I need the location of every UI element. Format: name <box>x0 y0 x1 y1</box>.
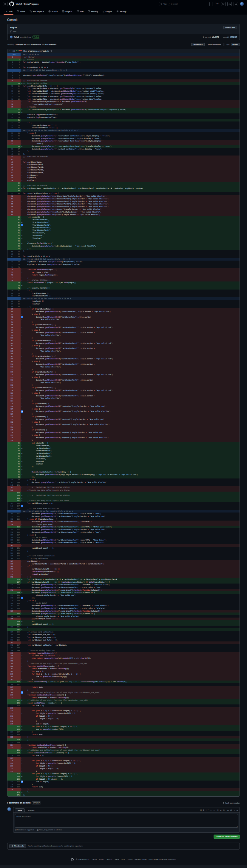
new-line-number[interactable]: 113 <box>14 518 21 521</box>
new-line-number[interactable]: 23 <box>14 124 21 127</box>
new-line-number[interactable] <box>14 723 21 725</box>
old-line-number[interactable]: 206 <box>7 683 14 686</box>
footer-link[interactable]: Security <box>106 859 112 860</box>
old-line-number[interactable] <box>7 458 14 460</box>
new-line-number[interactable] <box>14 405 21 408</box>
new-line-number[interactable]: 147 <box>14 644 21 647</box>
old-line-number[interactable]: 219 <box>7 723 14 725</box>
new-line-number[interactable] <box>14 323 21 326</box>
old-line-number[interactable]: 2 <box>7 61 14 64</box>
old-line-number[interactable]: 12 <box>7 87 14 90</box>
old-line-number[interactable] <box>7 775 14 778</box>
old-line-number[interactable]: 199 <box>7 662 14 665</box>
new-line-number[interactable] <box>14 106 21 108</box>
old-line-number[interactable]: 230 <box>7 765 14 767</box>
new-line-number[interactable]: 56 <box>14 245 21 247</box>
old-line-number[interactable]: 156 <box>7 531 14 534</box>
old-line-number[interactable] <box>7 224 14 226</box>
new-line-number[interactable]: 117 <box>14 534 21 536</box>
new-line-number[interactable]: 149 <box>14 649 21 652</box>
tab-wiki[interactable]: Wiki <box>74 8 86 14</box>
new-line-number[interactable]: 165 <box>14 775 21 778</box>
new-line-number[interactable] <box>14 200 21 203</box>
lock-conversation-button[interactable]: Lock conversation <box>222 802 240 804</box>
new-line-number[interactable]: 143 <box>14 631 21 633</box>
heading-icon[interactable]: H <box>200 809 202 811</box>
old-line-number[interactable]: 220 <box>7 731 14 733</box>
old-line-number[interactable]: 101 <box>7 339 14 342</box>
new-line-number[interactable] <box>14 746 21 749</box>
new-line-number[interactable]: 40 <box>14 182 21 184</box>
old-line-number[interactable] <box>7 752 14 754</box>
new-line-number[interactable] <box>14 103 21 106</box>
old-line-number[interactable]: 47 <box>7 171 14 174</box>
new-line-number[interactable] <box>14 660 21 662</box>
new-line-number[interactable] <box>14 316 21 318</box>
old-line-number[interactable]: 227 <box>7 757 14 760</box>
old-line-number[interactable]: 233 <box>7 780 14 783</box>
new-line-number[interactable]: 169 <box>14 786 21 788</box>
expand-hunk-button[interactable]: ⋯ ⋯ <box>7 53 21 56</box>
new-line-number[interactable]: 101 <box>14 484 21 487</box>
new-line-number[interactable] <box>14 342 21 345</box>
new-line-number[interactable]: 107 <box>14 505 21 507</box>
new-line-number[interactable]: 70 <box>14 263 21 266</box>
old-line-number[interactable]: 172 <box>7 573 14 576</box>
old-line-number[interactable]: 165 <box>7 555 14 557</box>
new-line-number[interactable]: 57 <box>14 247 21 250</box>
old-line-number[interactable]: 43 <box>7 161 14 163</box>
old-line-number[interactable]: 125 <box>7 402 14 405</box>
old-line-number[interactable]: 177 <box>7 594 14 597</box>
new-line-number[interactable] <box>14 662 21 665</box>
ordered-list-icon[interactable]: ≣ <box>220 809 221 811</box>
old-line-number[interactable] <box>7 497 14 500</box>
old-line-number[interactable]: 10 <box>7 80 14 82</box>
new-line-number[interactable]: 76 <box>14 292 21 295</box>
paste-drop-note[interactable]: ▣ Paste, drop, or click to add files <box>37 829 62 831</box>
old-line-number[interactable]: 56 <box>7 205 14 208</box>
old-line-number[interactable]: 129 <box>7 413 14 415</box>
old-line-number[interactable]: 209 <box>7 691 14 694</box>
old-line-number[interactable] <box>7 226 14 229</box>
old-line-number[interactable]: 95 <box>7 323 14 326</box>
new-line-number[interactable]: 51 <box>14 231 21 234</box>
new-line-number[interactable] <box>14 657 21 660</box>
old-line-number[interactable]: 35 <box>7 137 14 140</box>
new-line-number[interactable] <box>14 691 21 694</box>
markdown-supported-note[interactable]: Ⓜ Markdown is supported <box>15 829 34 831</box>
new-line-number[interactable] <box>14 211 21 213</box>
old-line-number[interactable]: 76 <box>7 274 14 276</box>
old-line-number[interactable]: 207 <box>7 686 14 689</box>
new-line-number[interactable] <box>14 712 21 715</box>
old-line-number[interactable] <box>7 287 14 289</box>
new-line-number[interactable] <box>14 421 21 424</box>
old-line-number[interactable] <box>7 725 14 728</box>
expand-hunk-button[interactable]: ↕ <box>7 297 21 300</box>
tasklist-icon[interactable]: ☑ <box>223 809 224 811</box>
new-line-number[interactable]: 102 <box>14 492 21 494</box>
old-line-number[interactable]: 196 <box>7 654 14 657</box>
tab-code[interactable]: Code <box>2 8 14 14</box>
old-line-number[interactable]: 87 <box>7 303 14 305</box>
add-line-comment-button[interactable]: + <box>21 410 23 413</box>
old-line-number[interactable]: 202 <box>7 670 14 673</box>
new-line-number[interactable]: 24 <box>14 127 21 129</box>
new-line-number[interactable]: 125 <box>14 557 21 560</box>
new-line-number[interactable]: 167 <box>14 780 21 783</box>
new-line-number[interactable]: 54 <box>14 240 21 242</box>
old-line-number[interactable] <box>7 187 14 190</box>
old-line-number[interactable] <box>7 108 14 111</box>
old-line-number[interactable]: 198 <box>7 660 14 662</box>
new-line-number[interactable]: 12 <box>14 87 21 90</box>
unified-view-button[interactable]: Unified <box>231 43 240 46</box>
old-line-number[interactable]: 4 <box>7 66 14 69</box>
new-line-number[interactable]: 97 <box>14 473 21 476</box>
quote-icon[interactable]: ” <box>208 809 209 811</box>
old-line-number[interactable]: 90 <box>7 310 14 313</box>
new-line-number[interactable]: 119 <box>14 539 21 541</box>
new-line-number[interactable] <box>14 163 21 166</box>
old-line-number[interactable]: 112 <box>7 368 14 371</box>
old-line-number[interactable]: 228 <box>7 760 14 762</box>
new-line-number[interactable]: 158 <box>14 733 21 736</box>
new-line-number[interactable] <box>14 276 21 279</box>
